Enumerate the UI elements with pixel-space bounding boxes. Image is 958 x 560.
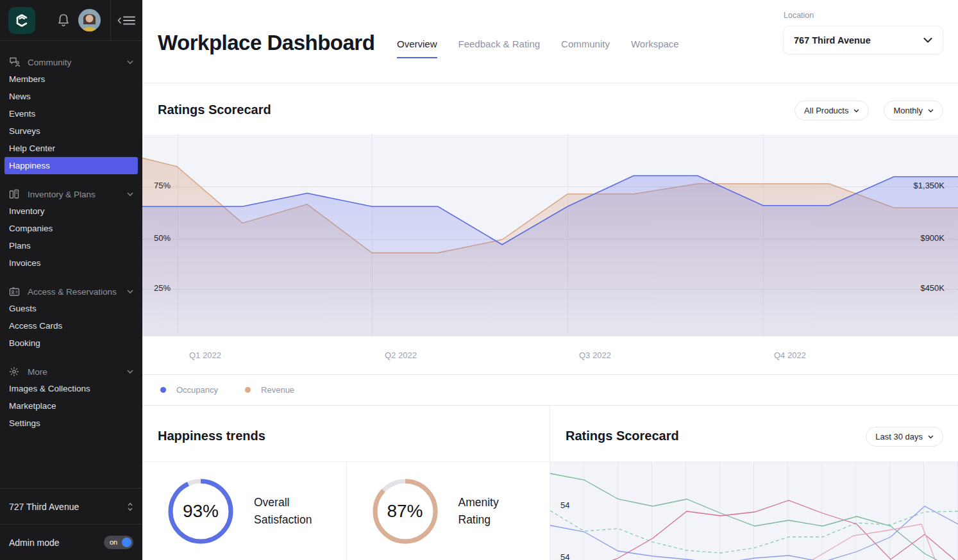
collapse-sidebar-icon[interactable] [117, 14, 136, 29]
happiness-trends-panel: Happiness trends 93% Overall [142, 406, 550, 560]
inventory-icon [9, 189, 22, 199]
y-axis-tick-900k: $900K [920, 233, 945, 243]
chevron-down-icon [923, 38, 932, 43]
sidebar-item-invoices[interactable]: Invoices [9, 254, 133, 272]
occupancy-revenue-chart[interactable]: 75% 50% 25% $1,350K $900K $450K [142, 135, 958, 336]
sidebar: Community Members News Events Surveys He… [0, 0, 142, 560]
chevron-down-icon [127, 192, 133, 196]
admin-mode-row: Admin mode on [0, 524, 142, 560]
sidebar-topbar [0, 0, 142, 41]
toggle-state-label: on [110, 538, 117, 546]
x-axis-label-q2: Q2 2022 [385, 350, 417, 360]
revenue-legend-dot [245, 387, 251, 393]
nav-section-label: Inventory & Plans [28, 190, 127, 199]
amenity-rating-value: 87% [370, 476, 441, 547]
workspace-switcher[interactable]: 727 Third Avenue [0, 488, 142, 524]
y-axis-tick-25: 25% [154, 283, 171, 293]
nav-section-access-reservations[interactable]: Access & Reservations [9, 283, 133, 300]
period-filter-button[interactable]: Monthly [884, 101, 943, 120]
location-label: Location [783, 11, 943, 20]
x-axis-label-q3: Q3 2022 [579, 350, 611, 360]
app-logo[interactable] [8, 7, 35, 34]
sidebar-item-guests[interactable]: Guests [9, 300, 133, 317]
chevron-down-icon [928, 435, 934, 439]
period-filter-value: Monthly [893, 106, 923, 115]
logo-mark-icon [13, 12, 30, 29]
y-axis-tick-450k: $450K [920, 283, 945, 293]
chevron-down-icon [127, 60, 133, 64]
admin-mode-label: Admin mode [9, 538, 60, 548]
area-chart-svg [142, 135, 958, 336]
tab-bar: Overview Feedback & Rating Community Wor… [397, 38, 679, 58]
ratings-line-chart[interactable]: 54 54 [550, 461, 958, 560]
sidebar-item-plans[interactable]: Plans [9, 237, 133, 254]
date-range-filter-button[interactable]: Last 30 days [866, 427, 943, 447]
product-filter-value: All Products [804, 106, 848, 115]
nav-section-label: Community [28, 58, 127, 67]
nav-section-more[interactable]: More [9, 363, 133, 380]
app-root: Community Members News Events Surveys He… [0, 0, 958, 560]
sidebar-item-companies[interactable]: Companies [9, 220, 133, 237]
chevron-down-icon [928, 109, 934, 113]
sidebar-nav: Community Members News Events Surveys He… [0, 41, 142, 432]
chart-legend: Occupancy Revenue [142, 375, 958, 406]
access-card-icon [9, 286, 22, 297]
community-icon [9, 57, 22, 67]
amenity-rating-card: 87% Amenity Rating [346, 462, 550, 560]
sidebar-item-images-collections[interactable]: Images & Collections [9, 380, 133, 397]
sidebar-item-help-center[interactable]: Help Center [9, 140, 133, 157]
tab-workspace[interactable]: Workspace [631, 38, 679, 58]
happiness-trends-title: Happiness trends [158, 429, 265, 443]
ratings-scorecard-title: Ratings Scorecard [566, 429, 679, 443]
user-avatar[interactable] [78, 9, 101, 31]
page-title: Workplace Dashboard [158, 31, 374, 55]
legend-label: Revenue [261, 385, 294, 395]
sidebar-item-booking[interactable]: Booking [9, 334, 133, 352]
main-content: Workplace Dashboard Overview Feedback & … [142, 0, 958, 560]
y-axis-tick-50: 50% [154, 233, 171, 243]
mini-y-tick-1: 54 [560, 500, 569, 510]
sidebar-item-settings[interactable]: Settings [9, 415, 133, 432]
sidebar-item-access-cards[interactable]: Access Cards [9, 317, 133, 334]
line-chart-svg [550, 462, 958, 560]
date-range-value: Last 30 days [875, 432, 923, 441]
toggle-knob [122, 538, 131, 547]
occupancy-legend-dot [160, 387, 166, 393]
overall-satisfaction-donut: 93% [165, 476, 236, 547]
legend-item-revenue[interactable]: Revenue [245, 385, 294, 395]
topbar-divider [110, 0, 111, 40]
y-axis-tick-1350k: $1,350K [914, 181, 945, 190]
bottom-panels: Happiness trends 93% Overall [142, 406, 958, 560]
sort-arrows-icon [127, 502, 133, 511]
nav-section-label: Access & Reservations [28, 287, 127, 297]
legend-item-occupancy[interactable]: Occupancy [160, 385, 218, 395]
workspace-switcher-label: 727 Third Avenue [9, 502, 79, 512]
notifications-bell-icon[interactable] [56, 13, 71, 31]
sidebar-footer: 727 Third Avenue Admin mode on [0, 488, 142, 560]
sidebar-item-surveys[interactable]: Surveys [9, 122, 133, 140]
product-filter-button[interactable]: All Products [794, 101, 869, 120]
chevron-down-icon [853, 109, 859, 113]
sidebar-item-events[interactable]: Events [9, 105, 133, 122]
sidebar-item-happiness[interactable]: Happiness [4, 157, 138, 174]
nav-section-label: More [28, 367, 127, 377]
sidebar-item-inventory[interactable]: Inventory [9, 202, 133, 220]
amenity-rating-label: Amenity Rating [458, 494, 499, 528]
overall-satisfaction-label: Overall Satisfaction [254, 494, 312, 528]
chevron-down-icon [127, 370, 133, 374]
tab-feedback-rating[interactable]: Feedback & Rating [458, 38, 541, 58]
sidebar-item-members[interactable]: Members [9, 70, 133, 88]
sidebar-item-news[interactable]: News [9, 88, 133, 105]
x-axis-label-q1: Q1 2022 [189, 350, 221, 360]
nav-section-inventory-plans[interactable]: Inventory & Plans [9, 186, 133, 202]
sidebar-item-marketplace[interactable]: Marketplace [9, 397, 133, 415]
tab-community[interactable]: Community [561, 38, 610, 58]
admin-mode-toggle[interactable]: on [104, 536, 133, 549]
scorecard-title: Ratings Scorecard [158, 103, 271, 117]
gear-icon [9, 366, 22, 377]
tab-overview[interactable]: Overview [397, 38, 437, 58]
page-header: Workplace Dashboard Overview Feedback & … [142, 0, 958, 83]
location-select[interactable]: 767 Third Avenue [783, 26, 943, 54]
x-axis: Q1 2022 Q2 2022 Q3 2022 Q4 2022 [142, 336, 958, 375]
nav-section-community[interactable]: Community [9, 54, 133, 70]
